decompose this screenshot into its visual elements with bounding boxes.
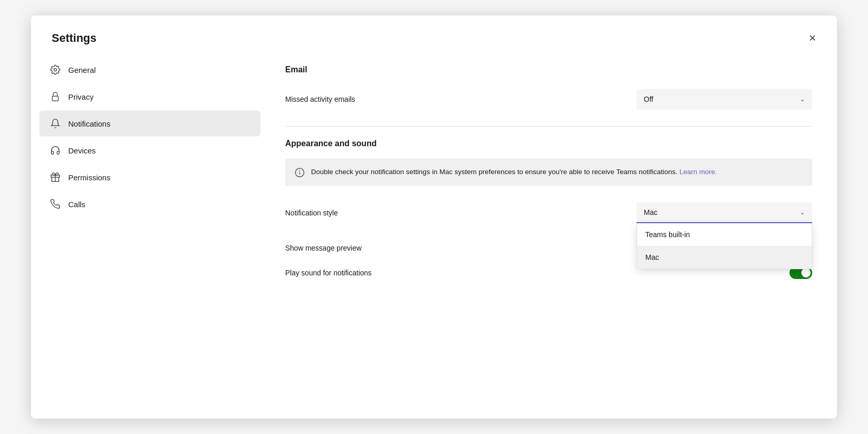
email-section: Email Missed activity emails Off ⌄: [285, 65, 812, 114]
sidebar-item-calls[interactable]: Calls: [39, 191, 260, 217]
info-banner-text: Double check your notification settings …: [311, 167, 717, 177]
notification-style-menu: Teams built-in Mac: [637, 223, 812, 269]
play-sound-label: Play sound for notifications: [285, 269, 371, 277]
sidebar-label-notifications: Notifications: [68, 119, 111, 128]
close-button[interactable]: ✕: [804, 30, 820, 47]
sidebar-item-general[interactable]: General: [39, 57, 260, 83]
appearance-section-title: Appearance and sound: [285, 139, 812, 148]
missed-activity-label: Missed activity emails: [285, 95, 355, 103]
sidebar-label-privacy: Privacy: [68, 92, 94, 101]
sidebar-label-permissions: Permissions: [68, 173, 111, 182]
notification-style-dropdown-container: Mac ⌄ Teams built-in Mac: [637, 203, 812, 223]
sidebar-item-privacy[interactable]: Privacy: [39, 84, 260, 110]
info-icon: [295, 167, 305, 178]
sidebar-label-devices: Devices: [68, 146, 96, 155]
content-area: Email Missed activity emails Off ⌄ Appea…: [269, 53, 837, 419]
settings-title: Settings: [52, 32, 97, 45]
email-section-title: Email: [285, 65, 812, 74]
show-preview-label: Show message preview: [285, 244, 362, 252]
missed-activity-dropdown[interactable]: Off ⌄: [637, 89, 812, 110]
sidebar-item-permissions[interactable]: Permissions: [39, 164, 260, 190]
dropdown-option-teams[interactable]: Teams built-in: [637, 223, 812, 246]
sidebar-item-notifications[interactable]: Notifications: [39, 111, 260, 136]
dropdown-option-mac[interactable]: Mac: [637, 246, 812, 269]
info-banner: Double check your notification settings …: [285, 159, 812, 186]
notification-style-row: Notification style Mac ⌄ Teams built-in: [285, 198, 812, 227]
learn-more-link[interactable]: Learn more.: [679, 168, 717, 176]
sidebar-label-calls: Calls: [68, 200, 85, 209]
section-divider: [285, 126, 812, 127]
chevron-down-icon: ⌄: [800, 96, 805, 103]
headset-icon: [50, 145, 61, 156]
notification-style-dropdown[interactable]: Mac ⌄: [637, 203, 812, 223]
notification-style-value: Mac: [644, 208, 657, 216]
sidebar-item-devices[interactable]: Devices: [39, 137, 260, 163]
title-bar: Settings ✕: [31, 16, 837, 53]
notification-style-label: Notification style: [285, 209, 338, 217]
lock-icon: [50, 91, 61, 102]
sidebar: General Privacy: [31, 53, 269, 419]
settings-window: Settings ✕ General: [31, 16, 837, 419]
missed-activity-row: Missed activity emails Off ⌄: [285, 85, 812, 114]
chevron-down-icon: ⌄: [800, 209, 805, 216]
svg-point-0: [54, 69, 57, 71]
gear-icon: [50, 64, 61, 75]
main-content: General Privacy: [31, 53, 837, 419]
svg-rect-1: [52, 96, 58, 101]
phone-icon: [50, 198, 61, 210]
bell-icon: [50, 118, 61, 129]
sidebar-label-general: General: [68, 66, 96, 74]
appearance-section: Appearance and sound Double check your n…: [285, 139, 812, 283]
missed-activity-value: Off: [644, 95, 653, 103]
gift-icon: [50, 172, 61, 183]
